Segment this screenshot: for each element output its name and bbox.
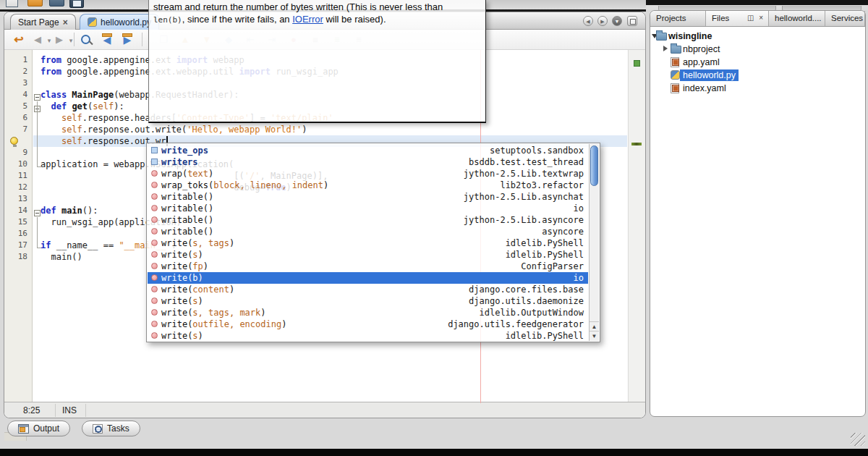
save-icon[interactable] <box>69 0 84 8</box>
completion-item[interactable]: write(s, tags)idlelib.PyShell <box>148 237 588 249</box>
tab-window-buttons[interactable]: ◫ × <box>747 14 765 22</box>
tasks-button[interactable]: Tasks <box>82 421 140 436</box>
scroll-up-icon[interactable]: ▲ <box>590 321 599 331</box>
tab-start-page[interactable]: Start Page× <box>10 14 76 30</box>
window-resize-grip[interactable] <box>851 433 865 446</box>
ioerror-link[interactable]: IOError <box>292 14 323 25</box>
scrollbar-thumb[interactable] <box>590 145 598 186</box>
completion-item[interactable]: write(content)django.core.files.base <box>148 284 588 295</box>
explorer-tab-projects[interactable]: Projects <box>650 11 706 26</box>
last-edit-position-icon[interactable] <box>12 33 26 47</box>
completion-item[interactable]: write(s)idlelib.PyShell <box>148 330 588 342</box>
right-toolbar-remnant <box>646 5 868 10</box>
close-icon[interactable]: × <box>63 17 68 28</box>
completion-item[interactable]: wrap(text)jython-2.5.Lib.textwrap <box>148 168 588 180</box>
scroll-tabs-left-icon[interactable]: ◀ <box>583 16 593 26</box>
variable-icon <box>151 147 158 153</box>
method-icon <box>151 309 158 316</box>
completion-origin: idlelib.OutputWindow <box>480 307 584 318</box>
explorer-tab-helloworld[interactable]: helloworld.... <box>769 11 825 26</box>
fold-line <box>37 217 38 248</box>
explorer-tab-bar: ProjectsFiles◫ ×helloworld....Services <box>650 11 865 27</box>
completion-scrollbar[interactable]: ▲ ▼ <box>589 144 599 341</box>
completion-item[interactable]: writable()jython-2.5.Lib.asynchat <box>148 191 588 203</box>
completion-name: writable() <box>161 203 213 214</box>
undo-icon[interactable] <box>95 0 113 9</box>
line-number: 15 <box>6 216 27 228</box>
completion-origin: ConfigParser <box>521 261 584 272</box>
method-icon <box>151 286 158 292</box>
explorer-tab-files[interactable]: Files◫ × <box>706 11 769 26</box>
code-line[interactable]: main() <box>41 251 82 263</box>
find-icon[interactable] <box>80 33 94 47</box>
completion-item[interactable]: wrap_toks(block, lineno, indent)lib2to3.… <box>148 180 588 191</box>
completion-item[interactable]: write(b)io <box>148 272 588 284</box>
completion-item[interactable]: writable()asyncore <box>148 226 588 237</box>
code-line[interactable]: self.response.out.write('Hello, webapp W… <box>41 124 307 135</box>
code-completion-popup: write_opssetuptools.sandboxwritersbsddb.… <box>146 143 600 342</box>
line-number: 7 <box>6 124 27 135</box>
fold-collapse-icon[interactable] <box>34 210 41 216</box>
method-icon <box>151 228 158 235</box>
line-number: 2 <box>6 66 27 77</box>
status-divider <box>55 404 56 417</box>
hint-bulb-icon[interactable] <box>10 137 18 145</box>
scroll-tabs-right-icon[interactable]: ▶ <box>597 16 608 26</box>
completion-item[interactable]: write(s)idlelib.PyShell <box>148 249 588 261</box>
error-stripe[interactable] <box>628 50 645 403</box>
open-file-icon[interactable] <box>49 0 64 7</box>
editor-gutter: 12345679101112131415161718 <box>4 50 33 403</box>
completion-item[interactable]: write(outfile, encoding)django.utils.fee… <box>148 318 588 330</box>
completion-item[interactable]: writable()jython-2.5.Lib.asyncore <box>148 214 588 226</box>
tree-item-wisingline[interactable]: wisingline <box>650 30 865 43</box>
method-icon <box>151 216 158 223</box>
completion-item[interactable]: write_opssetuptools.sandbox <box>148 145 588 156</box>
tree-item-indexyaml[interactable]: index.yaml <box>650 82 865 95</box>
output-button[interactable]: Output <box>7 421 70 436</box>
line-number: 4 <box>6 89 27 101</box>
tree-item-helloworldpy[interactable]: helloworld.py <box>650 69 865 82</box>
open-project-icon[interactable] <box>27 0 43 7</box>
tree-item-label[interactable]: index.yaml <box>680 83 729 94</box>
redo-icon[interactable] <box>119 0 136 9</box>
completion-name: write(s) <box>161 249 203 261</box>
code-line[interactable]: def main(): <box>41 205 98 216</box>
tree-item-nbproject[interactable]: nbproject <box>650 43 865 56</box>
completion-origin: jython-2.5.Lib.asyncore <box>464 214 584 226</box>
tree-item-label[interactable]: wisingline <box>665 30 715 42</box>
previous-occurrence-icon[interactable] <box>100 33 114 47</box>
expand-icon[interactable] <box>663 46 668 51</box>
completion-item[interactable]: writable()io <box>148 203 588 214</box>
opened-documents-icon[interactable]: ▼ <box>612 16 622 26</box>
completion-item[interactable]: writersbsddb.test.test_thread <box>148 156 588 168</box>
fold-collapse-icon[interactable] <box>34 94 41 101</box>
new-file-icon[interactable] <box>6 0 18 7</box>
completion-item[interactable]: write(fp)ConfigParser <box>148 261 588 272</box>
line-number: 16 <box>6 228 27 240</box>
maximize-window-icon[interactable] <box>627 16 637 26</box>
tree-item-appyaml[interactable]: app.yaml <box>650 56 865 69</box>
tab-helloworld-py[interactable]: helloworld.py <box>80 14 159 30</box>
line-number: 14 <box>6 205 27 216</box>
top-edge <box>646 0 868 5</box>
hint-stripe-mark[interactable] <box>631 143 642 145</box>
method-icon <box>151 251 158 258</box>
completion-name: write(s) <box>161 295 203 307</box>
line-number: 13 <box>6 193 27 205</box>
toolbar-separator <box>74 33 75 46</box>
tree-item-label[interactable]: nbproject <box>680 43 723 55</box>
completion-name: write(fp) <box>161 261 208 272</box>
caret-position: 8:25 <box>23 405 40 415</box>
files-tree: wisinglinenbprojectapp.yamlhelloworld.py… <box>650 27 865 416</box>
line-number: 1 <box>6 54 27 66</box>
explorer-tab-services[interactable]: Services <box>825 11 865 26</box>
completion-item[interactable]: write(s)django.utils.daemonize <box>148 295 588 307</box>
next-occurrence-icon[interactable] <box>120 33 135 47</box>
scroll-down-icon[interactable]: ▼ <box>590 331 599 340</box>
completion-item[interactable]: write(s, tags, mark)idlelib.OutputWindow <box>148 307 588 318</box>
tree-item-label[interactable]: helloworld.py <box>680 69 739 81</box>
forward-caret-icon[interactable] <box>64 33 78 47</box>
doc-text-line1: stream and return the number of bytes wr… <box>153 1 443 12</box>
code-line[interactable]: def get(self): <box>41 101 124 112</box>
tree-item-label[interactable]: app.yaml <box>680 56 723 68</box>
